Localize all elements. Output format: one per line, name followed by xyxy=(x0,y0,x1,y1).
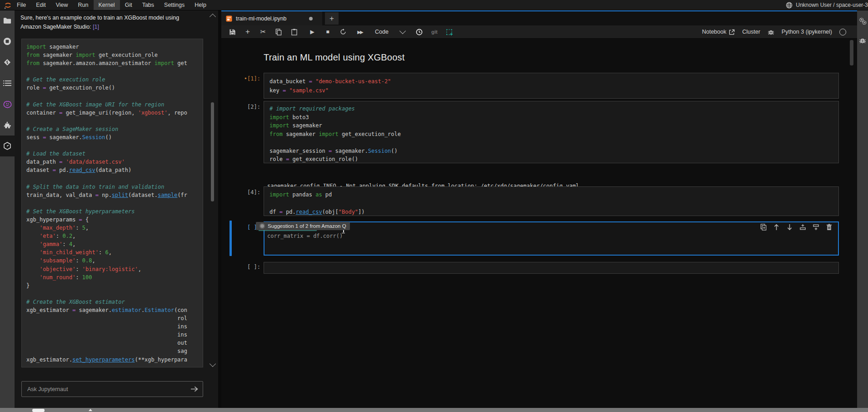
restart-kernel-button[interactable] xyxy=(339,28,347,35)
amazon-q-icon xyxy=(259,223,265,229)
chat-code-block: import sagemakerfrom sagemaker import ge… xyxy=(21,39,203,367)
debugger-bug-icon[interactable] xyxy=(768,29,774,35)
file-browser-tab[interactable] xyxy=(0,10,15,31)
ghost-suggestion-underline xyxy=(259,230,317,231)
save-button[interactable] xyxy=(229,28,236,35)
move-up-icon[interactable] xyxy=(773,224,780,231)
ai-brain-icon xyxy=(3,100,12,108)
menu-item-run[interactable]: Run xyxy=(73,0,94,10)
chat-message: Sure, here's an example code to train an… xyxy=(20,14,185,31)
right-activity-bar xyxy=(857,10,868,408)
suggestion-label: Suggestion 1 of 2 from Amazon Q xyxy=(268,223,346,229)
jupyternaut-panel: Sure, here's an example code to train an… xyxy=(15,10,218,408)
ask-jupyternaut-input[interactable] xyxy=(22,386,190,392)
delete-cell-icon[interactable] xyxy=(826,224,833,231)
taskbar-caret-icon[interactable] xyxy=(89,409,92,411)
restart-run-all-button[interactable]: ▶▶ xyxy=(355,28,365,35)
hexagon-clock-icon xyxy=(3,142,11,150)
chat-scrollbar-thumb[interactable] xyxy=(211,102,214,201)
move-down-icon[interactable] xyxy=(786,224,793,231)
ghost-suggestion-code: corr_matrix = df.corr() xyxy=(267,233,343,239)
scroll-up-chevron-icon[interactable] xyxy=(210,14,216,20)
user-area[interactable]: Unknown User / space-user-3 xyxy=(786,0,868,10)
user-label: Unknown User / space-user-3 xyxy=(796,2,868,8)
empty-code-cell[interactable] xyxy=(264,262,839,274)
active-code-cell[interactable] xyxy=(264,221,839,256)
notebook-label: Notebook xyxy=(702,29,727,35)
cell-type-value: Code xyxy=(375,29,389,35)
taskbar-app-button[interactable] xyxy=(32,409,45,412)
menu-item-tabs[interactable]: Tabs xyxy=(137,0,159,10)
notebook-scrollbar-thumb[interactable] xyxy=(850,40,853,65)
table-of-contents-tab[interactable] xyxy=(0,73,15,94)
notebook-heading: Train an ML model using XGBoost xyxy=(264,52,404,63)
menu-items: File Edit View Run Kernel Git Tabs Setti… xyxy=(12,0,211,10)
tab-bar: train-ml-model.ipynb + xyxy=(221,10,857,27)
menu-bar: File Edit View Run Kernel Git Tabs Setti… xyxy=(0,0,868,10)
menu-item-settings[interactable]: Settings xyxy=(159,0,190,10)
execution-time-button[interactable] xyxy=(416,28,423,35)
paste-cells-button[interactable] xyxy=(290,28,298,35)
menu-item-kernel[interactable]: Kernel xyxy=(94,0,120,10)
table-of-contents-icon xyxy=(3,80,11,86)
open-notebook-link[interactable]: Notebook xyxy=(702,29,735,35)
git-icon xyxy=(3,58,11,66)
git-toolbar-label[interactable]: git xyxy=(431,29,438,35)
extensions-puzzle-icon xyxy=(4,121,11,129)
menu-item-file[interactable]: File xyxy=(12,0,31,10)
ask-jupyternaut-box xyxy=(21,381,203,397)
new-tab-button[interactable]: + xyxy=(325,12,339,25)
interrupt-kernel-button[interactable]: ■ xyxy=(324,28,331,35)
cell-toolbar xyxy=(760,224,833,231)
code-cell[interactable]: data_bucket = "demo-bucket-us-east-2"key… xyxy=(264,73,839,99)
git-tab[interactable] xyxy=(0,52,15,73)
jupyternaut-chat-tab[interactable] xyxy=(0,94,15,115)
suggestion-tooltip: Suggestion 1 of 2 from Amazon Q xyxy=(256,222,350,230)
folder-icon xyxy=(3,17,11,24)
menu-item-edit[interactable]: Edit xyxy=(31,0,51,10)
empty-cell-prompt: [ ]: xyxy=(229,264,260,270)
running-kernels-icon xyxy=(3,37,11,45)
send-icon[interactable] xyxy=(190,386,198,392)
cell-type-dropdown[interactable]: Code xyxy=(375,29,405,35)
notebook-toolbar: + ✂ ▶ ■ ▶▶ Code git Notebook Cluster Pyt… xyxy=(221,25,857,39)
left-activity-bar xyxy=(0,10,15,408)
toolbar-right: Notebook Cluster Python 3 (ipykernel) xyxy=(702,25,846,38)
notebook-content: Train an ML model using XGBoost •[1]: da… xyxy=(221,39,857,408)
insert-cell-button[interactable]: + xyxy=(244,28,251,35)
running-kernels-tab[interactable] xyxy=(0,31,15,52)
citation-link[interactable]: [1] xyxy=(93,24,99,30)
kernel-status-icon[interactable] xyxy=(839,29,846,35)
extensions-tab[interactable] xyxy=(0,115,15,136)
property-inspector-gears-icon[interactable] xyxy=(859,17,867,25)
scroll-down-chevron-icon[interactable] xyxy=(210,361,216,367)
notebook-tab[interactable]: train-ml-model.ipynb xyxy=(221,11,322,25)
tab-title: train-ml-model.ipynb xyxy=(236,15,286,22)
taskbar-strip xyxy=(0,408,868,412)
copy-cells-button[interactable] xyxy=(275,28,282,35)
jupyter-logo-icon xyxy=(4,1,12,9)
code-cell[interactable]: # import required packagesimport boto3im… xyxy=(264,101,839,163)
cell-2-prompt: [2]: xyxy=(229,104,260,110)
external-link-icon xyxy=(729,29,735,35)
menu-item-help[interactable]: Help xyxy=(190,0,211,10)
menu-item-view[interactable]: View xyxy=(51,0,73,10)
insert-below-icon[interactable] xyxy=(813,224,819,231)
menu-item-git[interactable]: Git xyxy=(120,0,137,10)
unsaved-dot-icon[interactable] xyxy=(309,17,313,20)
snapshot-button[interactable] xyxy=(446,28,453,35)
code-cell[interactable]: import pandas as pd df = pd.read_csv(obj… xyxy=(264,186,839,216)
kernel-name[interactable]: Python 3 (ipykernel) xyxy=(782,29,832,35)
run-cell-button[interactable]: ▶ xyxy=(309,28,316,35)
panel-divider[interactable] xyxy=(218,10,221,408)
cut-cells-button[interactable]: ✂ xyxy=(259,28,267,35)
main-area: train-ml-model.ipynb + + ✂ ▶ ■ ▶▶ Code g… xyxy=(221,10,857,408)
debugger-sidebar-bug-icon[interactable] xyxy=(859,37,866,44)
duplicate-cell-icon[interactable] xyxy=(760,224,767,231)
globe-icon xyxy=(786,2,793,9)
insert-above-icon[interactable] xyxy=(799,224,806,231)
chevron-down-icon xyxy=(399,28,406,34)
notebook-file-icon xyxy=(226,15,232,22)
cluster-link[interactable]: Cluster xyxy=(742,29,760,35)
sagemaker-resources-tab[interactable] xyxy=(0,136,15,156)
